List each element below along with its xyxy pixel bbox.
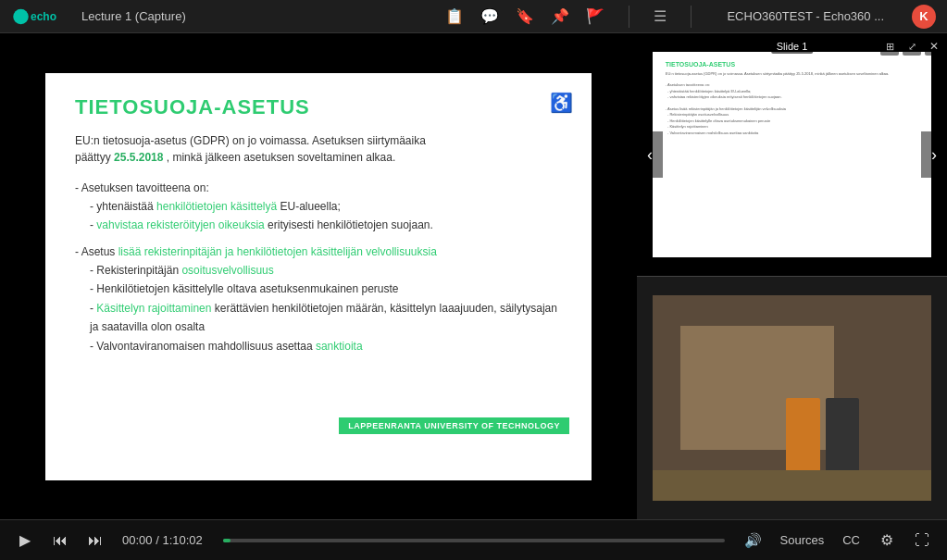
chat-icon[interactable]: 💬: [480, 7, 499, 25]
section1-list: yhtenäistää henkilötietojen käsittelyä E…: [75, 197, 562, 235]
camera-feed: [653, 295, 932, 502]
user-avatar[interactable]: K: [912, 5, 936, 29]
intro-text-1: EU:n tietosuoja-asetus (GDPR) on jo voim…: [75, 134, 426, 147]
settings-button[interactable]: ⚙: [873, 527, 901, 554]
slide-university-logo: LAPPEENRANTA UNIVERSITY OF TECHNOLOGY: [339, 417, 569, 434]
fullscreen-button[interactable]: ⛶: [908, 527, 936, 554]
slide-display: ♿ TIETOSUOJA-ASETUS EU:n tietosuoja-aset…: [45, 73, 592, 480]
list-icon[interactable]: ☰: [654, 7, 667, 25]
section1-heading: Asetuksen tavoitteena on:: [81, 181, 209, 194]
controls-bar: ▶ ⏮ ⏭ 00:00 / 1:10:02 🔊 Sources CC ⚙ ⛶: [0, 519, 947, 560]
slide-thumbnail-top: Slide 1 ⊞ ⤢ ✕ ‹ › TIETOSUOJA-ASETUS EU:n…: [637, 33, 947, 277]
section2-item-2: Käsittelyn rajoittaminen kerättävien hen…: [90, 299, 562, 337]
current-time: 00:00: [122, 533, 153, 547]
header-icons: 📋 💬 🔖 📌 🚩 ☰ ECHO360TEST - Echo360 ... K: [445, 5, 936, 29]
section1-item-0: yhtenäistää henkilötietojen käsittelyä E…: [90, 197, 562, 216]
lecture-title: Lecture 1 (Capture): [81, 9, 186, 23]
slide-echo-icon: ♿: [550, 92, 573, 114]
slide-title: TIETOSUOJA-ASETUS: [75, 95, 562, 119]
table: [653, 470, 932, 501]
section2-list: Rekisterinpitäjän osoitusvelvollisuus He…: [75, 261, 562, 355]
svg-point-0: [13, 8, 29, 24]
section2-item-0: Rekisterinpitäjän osoitusvelvollisuus: [90, 261, 562, 280]
section2-item-3: Valvontaviranomaisen mahdollisuus asetta…: [90, 337, 562, 355]
thumb-slide-title: TIETOSUOJA-ASETUS: [666, 61, 919, 68]
progress-fill: [223, 539, 231, 542]
thumb-slide-text: EU:n tietosuoja-asetus (GDPR) on jo voim…: [666, 71, 919, 136]
camera-scene: [653, 295, 932, 502]
flag-icon[interactable]: 🚩: [586, 7, 604, 25]
header-bar: echo Lecture 1 (Capture) 📋 💬 🔖 📌 🚩 ☰ ECH…: [0, 0, 947, 33]
volume-button[interactable]: 🔊: [740, 527, 767, 554]
resize-button[interactable]: ⤢: [903, 37, 921, 56]
university-name: LAPPEENRANTA UNIVERSITY OF TECHNOLOGY: [339, 417, 569, 434]
bookmark-plus-icon[interactable]: 🔖: [516, 7, 534, 25]
intro-text-3: , minkä jälkeen asetuksen soveltaminen a…: [167, 151, 395, 164]
forward-button[interactable]: ⏭: [81, 527, 109, 554]
prev-slide-button[interactable]: ‹: [637, 131, 663, 178]
slide-intro: EU:n tietosuoja-asetus (GDPR) on jo voim…: [75, 132, 562, 166]
next-slide-button[interactable]: ›: [921, 131, 947, 178]
play-button[interactable]: ▶: [11, 527, 39, 554]
grid-view-button[interactable]: ⊞: [880, 37, 899, 56]
slide-thumb-toolbar: ⊞ ⤢ ✕: [880, 37, 943, 56]
header-divider-2: [691, 6, 692, 28]
slide-label: Slide 1: [771, 39, 814, 54]
time-display: 00:00 / 1:10:02: [122, 533, 203, 547]
marker-icon[interactable]: 📌: [551, 7, 569, 25]
sources-button[interactable]: Sources: [775, 531, 830, 549]
section2-item-1: Henkilötietojen käsittelylle oltava aset…: [90, 280, 562, 298]
notes-icon[interactable]: 📋: [445, 7, 464, 25]
close-thumb-button[interactable]: ✕: [925, 37, 943, 56]
main-content: ♿ TIETOSUOJA-ASETUS EU:n tietosuoja-aset…: [0, 33, 947, 519]
cc-button[interactable]: CC: [837, 531, 866, 549]
slide-section-1: - Asetuksen tavoitteena on: yhtenäistää …: [75, 179, 562, 235]
total-time: 1:10:02: [162, 533, 202, 547]
slide-section-2: - Asetus lisää rekisterinpitäjän ja henk…: [75, 243, 562, 355]
intro-text-2: päättyy: [75, 151, 111, 164]
rewind-button[interactable]: ⏮: [46, 527, 74, 554]
slide-thumb-content: TIETOSUOJA-ASETUS EU:n tietosuoja-asetus…: [653, 52, 932, 258]
course-title: ECHO360TEST - Echo360 ...: [716, 9, 895, 23]
echo-logo: echo: [11, 6, 67, 27]
svg-text:echo: echo: [31, 9, 56, 22]
camera-thumbnail: [637, 277, 947, 519]
section1-item-1: vahvistaa rekisteröityjen oikeuksia erit…: [90, 216, 562, 234]
header-divider: [629, 6, 629, 28]
slide-date: 25.5.2018: [114, 151, 163, 164]
progress-bar[interactable]: [223, 539, 725, 542]
right-panel: Slide 1 ⊞ ⤢ ✕ ‹ › TIETOSUOJA-ASETUS EU:n…: [637, 33, 947, 519]
main-video-panel: ♿ TIETOSUOJA-ASETUS EU:n tietosuoja-aset…: [0, 33, 637, 519]
